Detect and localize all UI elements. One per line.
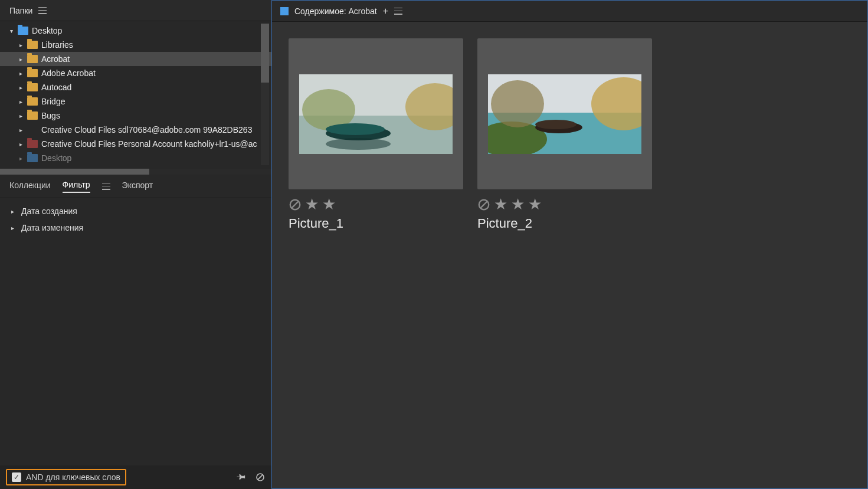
chevron-right-icon[interactable] (18, 99, 24, 104)
tree-label: Adobe Acrobat (41, 68, 96, 78)
folder-icon (27, 140, 38, 148)
folder-icon (27, 83, 38, 91)
horizontal-scrollbar-thumb[interactable] (0, 169, 149, 175)
folder-icon (27, 41, 38, 49)
tree-label: Creative Cloud Files sdl70684@adobe.com … (41, 125, 252, 134)
bottom-bar: ✓ AND для ключевых слов (0, 465, 271, 489)
folder-icon (27, 55, 38, 63)
content-body: ★ ★ Picture_1 ★ (272, 22, 867, 488)
content-header: Содержимое: Acrobat + (272, 1, 867, 22)
panel-indicator-icon (280, 7, 289, 15)
folders-panel-title: Папки (9, 6, 32, 15)
folders-menu-icon[interactable] (38, 7, 47, 14)
thumbnail-image (299, 74, 453, 154)
tree-item-desktop[interactable]: Desktop (0, 24, 271, 38)
svg-point-8 (326, 138, 391, 150)
checkbox-icon[interactable]: ✓ (12, 472, 21, 482)
chevron-right-icon[interactable] (18, 127, 24, 133)
thumbnail-name: Picture_2 (477, 216, 652, 231)
chevron-right-icon[interactable] (18, 42, 24, 48)
star-icon[interactable]: ★ (511, 195, 525, 214)
filter-tabs: Коллекции Фильтр Экспорт (0, 175, 271, 198)
tab-export[interactable]: Экспорт (122, 180, 153, 192)
chevron-down-icon[interactable] (8, 28, 14, 34)
rating-row: ★ ★ (289, 195, 463, 214)
svg-point-17 (535, 120, 577, 129)
folder-icon (27, 97, 38, 106)
thumbnail-name: Picture_1 (289, 216, 463, 231)
tree-item-acrobat[interactable]: Acrobat (0, 52, 271, 66)
filter-label: Дата создания (21, 206, 77, 216)
filter-row-created[interactable]: Дата создания (0, 203, 271, 219)
chevron-right-icon[interactable] (18, 56, 24, 62)
folder-icon (27, 111, 38, 120)
filter-row-modified[interactable]: Дата изменения (0, 219, 271, 236)
tab-collections[interactable]: Коллекции (9, 180, 51, 192)
tree-item-adobe-acrobat[interactable]: Adobe Acrobat (0, 66, 271, 80)
svg-line-19 (480, 201, 488, 208)
folder-icon (27, 154, 38, 162)
folder-icon (27, 69, 38, 77)
chevron-right-icon[interactable] (18, 70, 24, 76)
chevron-right-icon[interactable] (18, 155, 24, 161)
tab-filter[interactable]: Фильтр (63, 180, 90, 193)
and-keywords-label: AND для ключевых слов (26, 472, 120, 482)
thumbnail-image (488, 74, 641, 154)
svg-line-1 (257, 474, 263, 480)
reject-icon[interactable] (477, 198, 490, 211)
chevron-right-icon[interactable] (9, 208, 15, 214)
thumbnail-box[interactable] (477, 38, 652, 189)
tree-item-ccfiles-2[interactable]: Creative Cloud Files Personal Account ka… (0, 137, 271, 151)
chevron-right-icon[interactable] (18, 84, 24, 90)
horizontal-scrollbar[interactable] (0, 169, 271, 175)
cancel-icon[interactable] (255, 472, 266, 483)
star-icon[interactable]: ★ (305, 195, 319, 214)
reject-icon[interactable] (289, 198, 302, 211)
folders-panel-header: Папки (0, 0, 271, 21)
tree-label: Bugs (41, 111, 60, 120)
rating-row: ★ ★ ★ (477, 195, 652, 214)
tree-item-ccfiles-1[interactable]: Creative Cloud Files sdl70684@adobe.com … (0, 123, 271, 137)
tree-label: Acrobat (41, 54, 70, 64)
tree-item-libraries[interactable]: Libraries (0, 38, 271, 52)
star-icon[interactable]: ★ (528, 195, 542, 214)
content-panel: Содержимое: Acrobat + ★ (271, 0, 868, 489)
chevron-right-icon[interactable] (9, 225, 15, 231)
filter-label: Дата изменения (21, 223, 83, 232)
tree-scrollbar[interactable] (261, 24, 269, 165)
folder-tree: Desktop Libraries Acrobat Adobe Acrobat … (0, 21, 271, 169)
svg-point-15 (491, 80, 544, 127)
filter-menu-icon[interactable] (102, 183, 110, 190)
svg-point-7 (326, 123, 385, 135)
star-icon[interactable]: ★ (494, 195, 507, 214)
tree-item-desktop-2[interactable]: Desktop (0, 151, 271, 165)
tree-label: Creative Cloud Files Personal Account ka… (41, 139, 257, 149)
thumbnail-box[interactable] (289, 38, 463, 189)
tree-item-bugs[interactable]: Bugs (0, 109, 271, 123)
tree-scrollbar-thumb[interactable] (261, 24, 269, 83)
tree-label: Desktop (32, 26, 62, 35)
thumbnail-item[interactable]: ★ ★ ★ Picture_2 (477, 38, 652, 231)
left-sidebar: Папки Desktop Libraries Acrobat Adobe Ac… (0, 0, 271, 489)
content-title: Содержимое: Acrobat (294, 6, 377, 16)
chevron-right-icon[interactable] (18, 113, 24, 119)
and-keywords-toggle[interactable]: ✓ AND для ключевых слов (6, 469, 126, 485)
tree-item-bridge[interactable]: Bridge (0, 94, 271, 109)
tree-label: Bridge (41, 97, 65, 106)
star-icon[interactable]: ★ (322, 195, 336, 214)
tree-label: Libraries (41, 40, 73, 50)
thumbnail-item[interactable]: ★ ★ Picture_1 (289, 38, 463, 231)
filter-body: Дата создания Дата изменения (0, 198, 271, 465)
tree-item-autocad[interactable]: Autocad (0, 80, 271, 94)
pin-icon[interactable] (236, 472, 247, 483)
chevron-right-icon[interactable] (18, 141, 24, 147)
content-menu-icon[interactable] (394, 8, 402, 15)
add-tab-icon[interactable]: + (383, 6, 388, 17)
tree-label: Autocad (41, 83, 71, 92)
tree-label: Desktop (41, 153, 71, 163)
folder-icon (18, 27, 28, 35)
svg-line-10 (291, 201, 299, 208)
